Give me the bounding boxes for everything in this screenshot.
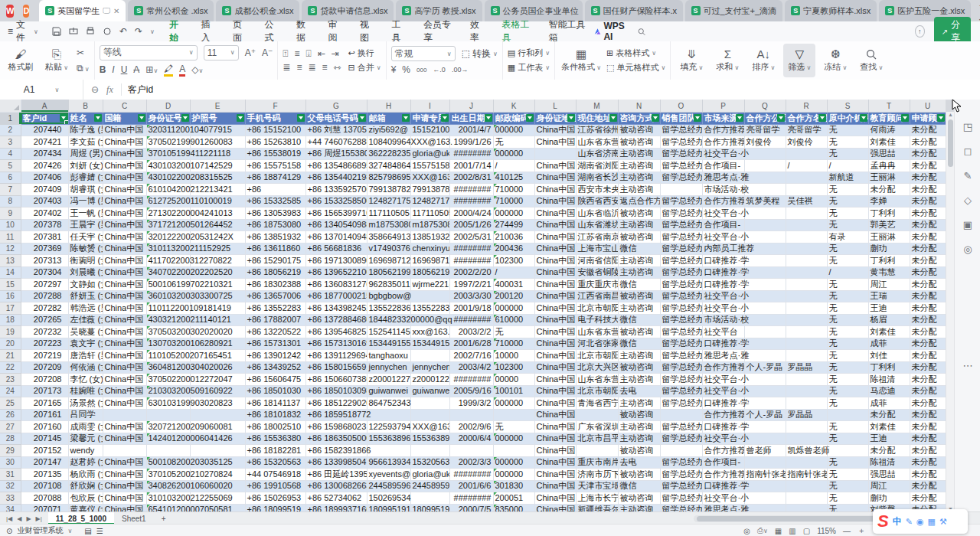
cell[interactable] bbox=[103, 445, 146, 457]
cell[interactable]: 留学总经办 bbox=[660, 374, 702, 386]
decrease-indent-icon[interactable]: ⇤ bbox=[318, 48, 325, 59]
cell[interactable]: 丁利利 bbox=[868, 361, 910, 374]
cell[interactable]: 被动咨询 bbox=[618, 231, 660, 243]
cell[interactable]: 王迪 bbox=[868, 433, 910, 445]
row-number[interactable]: 33 bbox=[0, 492, 21, 505]
cell[interactable]: 亮哥留学 bbox=[786, 124, 827, 136]
cell[interactable]: 207173 bbox=[21, 385, 68, 397]
cell[interactable]: 郭美艺 bbox=[868, 219, 910, 231]
column-letter-C[interactable]: C bbox=[103, 100, 146, 113]
cell[interactable] bbox=[744, 326, 786, 338]
cell[interactable]: z20001227 bbox=[410, 374, 449, 386]
cell[interactable]: 马恋迪 bbox=[868, 385, 910, 397]
cell[interactable]: ######## bbox=[449, 492, 493, 505]
cell[interactable]: 未分配 bbox=[910, 279, 946, 291]
cell[interactable]: 200120 bbox=[493, 290, 534, 302]
cell[interactable]: 207147 bbox=[21, 456, 68, 469]
filter-dropdown-button[interactable] bbox=[358, 114, 366, 122]
row-number[interactable]: 34 bbox=[0, 504, 21, 511]
cell[interactable]: 河南省信阳 bbox=[576, 255, 618, 267]
cell[interactable]: 北京市朝阳 bbox=[576, 385, 618, 397]
cell[interactable]: 雅思考点·雅 bbox=[702, 172, 744, 184]
cell[interactable]: 00000 bbox=[493, 374, 534, 386]
column-header-教育顾问[interactable]: 教育顾问 bbox=[868, 113, 910, 125]
cell[interactable] bbox=[786, 148, 827, 160]
cell[interactable] bbox=[367, 409, 410, 421]
cell[interactable] bbox=[744, 385, 786, 397]
column-header-身份证号[interactable]: 身份证号 bbox=[146, 113, 190, 125]
cell[interactable] bbox=[146, 409, 190, 421]
filter-dropdown-button[interactable] bbox=[901, 114, 909, 122]
cell[interactable] bbox=[786, 290, 827, 302]
column-header-市场来源[interactable]: 市场来源 bbox=[702, 113, 744, 125]
cell[interactable]: 被动咨询 bbox=[618, 361, 660, 374]
cell[interactable] bbox=[744, 148, 786, 160]
cell[interactable]: 2003/4/2 bbox=[449, 361, 493, 374]
cell[interactable]: +86 1335925706 bbox=[305, 184, 367, 196]
cell[interactable]: China中国 bbox=[534, 421, 576, 433]
cell[interactable] bbox=[190, 409, 245, 421]
cell[interactable]: 何依涵 (女) bbox=[68, 361, 103, 374]
number-format-select[interactable]: 常规∨ bbox=[391, 46, 456, 61]
cell[interactable]: ######## bbox=[449, 195, 493, 208]
cell[interactable]: China中国 bbox=[103, 480, 146, 492]
cell[interactable]: +86 15320563 bbox=[245, 456, 305, 469]
column-header-申请专用[interactable]: 申请专用 bbox=[410, 113, 449, 125]
align-center-icon[interactable]: ≡ bbox=[296, 62, 302, 73]
cell[interactable]: 207282 bbox=[21, 302, 68, 315]
cell[interactable]: 陈子逸 (男) bbox=[68, 124, 103, 136]
insert-function-icon[interactable]: fx bbox=[106, 84, 113, 96]
cell[interactable]: 未分配 bbox=[910, 326, 946, 338]
row-number[interactable]: 32 bbox=[0, 480, 21, 492]
cell[interactable]: 207297 bbox=[21, 279, 68, 291]
cell[interactable]: 合作方推荐 bbox=[702, 124, 744, 136]
cell[interactable]: 100101 bbox=[493, 385, 534, 397]
cell[interactable]: 2001/6/28 bbox=[449, 338, 493, 350]
column-header-邮政编码[interactable]: 邮政编码 bbox=[493, 113, 534, 125]
row-number[interactable]: 11 bbox=[0, 231, 21, 243]
cell[interactable]: 留学总经办 bbox=[660, 124, 702, 136]
cell[interactable]: 207421 bbox=[21, 136, 68, 149]
clipboard-pane-icon[interactable]: ▣ bbox=[963, 219, 972, 230]
cell[interactable]: China中国 bbox=[534, 445, 576, 457]
cell[interactable]: 雅思考点·雅 bbox=[702, 350, 744, 362]
align-top-icon[interactable]: ⍐ bbox=[283, 48, 288, 59]
cell[interactable] bbox=[786, 374, 827, 386]
cell[interactable]: 500108200203035125 bbox=[146, 456, 190, 469]
cell[interactable]: 留学总经办 bbox=[660, 136, 702, 149]
cell[interactable]: 新航道 bbox=[827, 172, 868, 184]
row-number[interactable]: 5 bbox=[0, 160, 21, 172]
cell[interactable]: / bbox=[827, 160, 868, 172]
cell[interactable]: 天津市宝坻 bbox=[576, 480, 618, 492]
row-number[interactable]: 15 bbox=[0, 279, 21, 291]
cell[interactable]: 微信 bbox=[618, 243, 660, 255]
column-header-合作方名称[interactable]: 合作方名称 bbox=[786, 113, 827, 125]
cell[interactable]: +86 18302388 bbox=[245, 279, 305, 291]
cell[interactable]: 北京大兴区 bbox=[576, 361, 618, 374]
cell[interactable]: 未分配 bbox=[910, 136, 946, 149]
cell[interactable]: +86 18874129 bbox=[245, 172, 305, 184]
cell[interactable]: 2002/2/20 bbox=[449, 266, 493, 279]
cell[interactable]: 重庆市南岸 bbox=[576, 456, 618, 469]
cell[interactable]: 强思喆 bbox=[868, 148, 910, 160]
cell[interactable]: 江苏省徐州 bbox=[576, 124, 618, 136]
cell[interactable] bbox=[744, 302, 786, 315]
cell[interactable] bbox=[744, 279, 786, 291]
cell[interactable] bbox=[786, 385, 827, 397]
decrease-font-icon[interactable]: A⁻ bbox=[262, 47, 273, 58]
cell[interactable] bbox=[786, 266, 827, 279]
cell[interactable]: 370503200302020020 bbox=[146, 326, 190, 338]
cell[interactable]: 王一帆 (男) bbox=[68, 208, 103, 220]
cell[interactable] bbox=[786, 397, 827, 410]
cell[interactable]: 成雨雯 (女) bbox=[68, 421, 103, 433]
filter-dropdown-button[interactable] bbox=[777, 114, 785, 122]
cell[interactable]: 无 bbox=[493, 421, 534, 433]
cell[interactable]: +86 13439252 bbox=[245, 361, 305, 374]
cell[interactable] bbox=[744, 231, 786, 243]
cell[interactable]: ziyi5692@ bbox=[367, 124, 410, 136]
cell[interactable]: 000000 bbox=[493, 397, 534, 410]
task-pane-icon[interactable]: ◳ bbox=[963, 121, 972, 132]
borders-icon[interactable]: ⊞∨ bbox=[145, 64, 158, 75]
zoom-level[interactable]: 115% bbox=[817, 527, 836, 535]
cell[interactable]: 207434 bbox=[21, 148, 68, 160]
